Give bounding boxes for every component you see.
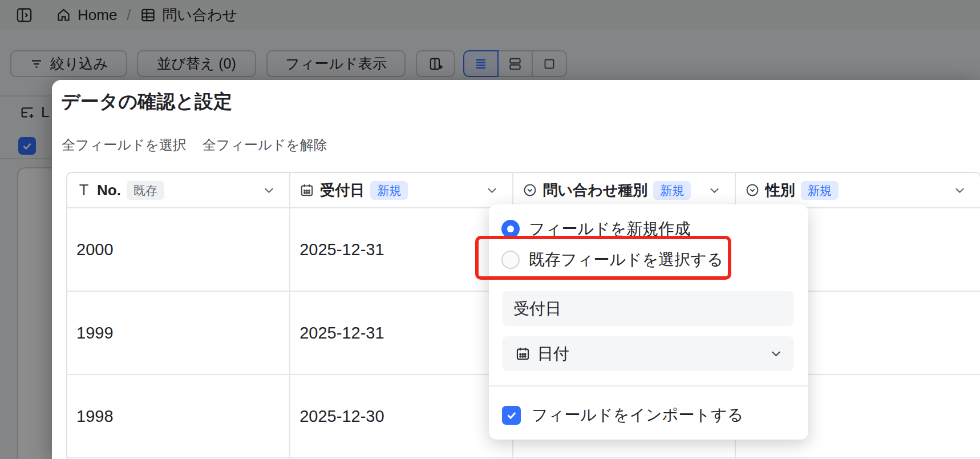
chevron-down-icon <box>770 347 783 360</box>
field-selection-links: 全フィールドを選択 全フィールドを解除 <box>62 136 327 154</box>
column-header-gender[interactable]: 性別 新規 <box>736 173 980 207</box>
radio-label: フィールドを新規作成 <box>529 218 690 240</box>
radio-selected-icon[interactable] <box>501 220 520 238</box>
calendar-icon <box>299 183 314 198</box>
deselect-all-fields-link[interactable]: 全フィールドを解除 <box>203 136 327 154</box>
field-name-value: 受付日 <box>513 298 561 320</box>
import-settings-dialog: データの確認と設定 全フィールドを選択 全フィールドを解除 T No. 既存 <box>52 80 980 459</box>
cell-date: 2025-12-31 <box>290 208 513 291</box>
radio-label: 既存フィールドを選択する <box>529 249 723 271</box>
cell-no: 1998 <box>67 375 290 457</box>
single-select-icon <box>523 183 537 198</box>
cell-date: 2025-12-30 <box>290 375 513 457</box>
calendar-icon <box>515 346 531 361</box>
field-name-input[interactable]: 受付日 <box>502 291 794 326</box>
new-badge: 新規 <box>370 181 408 200</box>
cell-date: 2025-12-31 <box>290 292 513 374</box>
single-select-icon <box>745 183 760 198</box>
cell-no: 1999 <box>67 292 290 374</box>
new-badge: 新規 <box>653 181 691 200</box>
column-header-no[interactable]: T No. 既存 <box>67 173 290 207</box>
radio-unselected-icon[interactable] <box>501 251 520 269</box>
field-settings-popover: フィールドを新規作成 既存フィールドを選択する 受付日 日付 <box>489 204 808 440</box>
checkbox-checked-icon[interactable] <box>502 406 521 425</box>
existing-badge: 既存 <box>127 181 164 200</box>
column-header-date[interactable]: 受付日 新規 <box>290 173 513 207</box>
field-type-value: 日付 <box>537 343 569 365</box>
column-label: 問い合わせ種別 <box>543 180 648 200</box>
column-label: 性別 <box>766 180 795 200</box>
radio-create-new-field[interactable]: フィールドを新規作成 <box>501 218 690 240</box>
column-label: 受付日 <box>320 180 365 200</box>
dialog-title: データの確認と設定 <box>61 89 232 115</box>
panel-divider <box>489 385 808 386</box>
radio-select-existing-field[interactable]: 既存フィールドを選択する <box>501 249 723 271</box>
new-badge: 新規 <box>801 181 839 200</box>
import-field-checkbox-row[interactable]: フィールドをインポートする <box>502 404 743 426</box>
text-type-icon: T <box>76 182 91 199</box>
chevron-down-icon[interactable] <box>485 184 499 197</box>
select-all-fields-link[interactable]: 全フィールドを選択 <box>62 136 187 154</box>
cell-no: 2000 <box>67 208 290 291</box>
column-label: No. <box>97 182 121 199</box>
field-type-select[interactable]: 日付 <box>502 336 794 371</box>
chevron-down-icon[interactable] <box>262 184 276 197</box>
column-header-inquiry-type[interactable]: 問い合わせ種別 新規 <box>513 173 736 207</box>
app-screen: Home / 問い合わせ 絞り込み 並び替え (0) フィールド表示 <box>0 0 980 459</box>
import-field-label: フィールドをインポートする <box>532 404 743 426</box>
chevron-down-icon[interactable] <box>708 184 721 197</box>
table-header-row: T No. 既存 受付日 新規 <box>67 173 980 208</box>
chevron-down-icon[interactable] <box>953 184 966 197</box>
